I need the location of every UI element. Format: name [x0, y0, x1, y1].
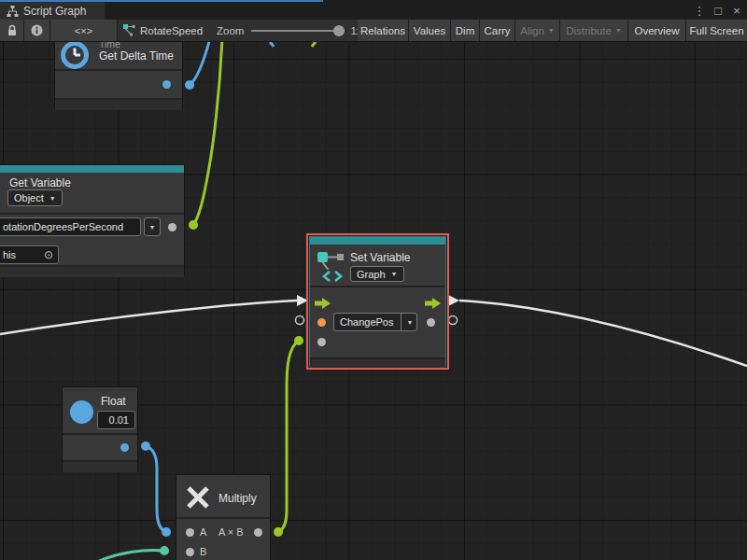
variable-name-field[interactable]: otationDegreesPerSecond [0, 217, 141, 236]
output-port-variable-value[interactable] [168, 223, 176, 231]
port-label-output: A × B [218, 526, 244, 538]
distribute-dropdown[interactable]: Distribute▼ [560, 20, 628, 41]
input-port-a[interactable] [186, 528, 194, 537]
port-ring-right[interactable] [449, 316, 458, 325]
node-get-delta-time[interactable]: Time Get Delta Time [54, 42, 183, 109]
port-label-b: B [200, 546, 206, 557]
graph-name-label: RotateSpeed [140, 25, 203, 36]
script-graph-icon [123, 24, 135, 36]
zoom-slider-handle[interactable] [333, 25, 345, 36]
lock-button[interactable] [0, 20, 24, 41]
graph-canvas[interactable]: Time Get Delta Time Get Variable Object … [0, 42, 747, 560]
node-title: Set Variable [350, 251, 410, 264]
chevron-down-icon[interactable]: ▼ [401, 314, 419, 330]
chevron-down-icon: ▼ [391, 271, 398, 277]
connection-endpoint [189, 220, 198, 230]
variable-name-dropdown[interactable]: ChangePos ▼ [333, 313, 417, 331]
float-circle-icon [69, 399, 94, 428]
values-button[interactable]: Values [409, 20, 451, 41]
code-preview-button[interactable]: <×> [50, 20, 118, 41]
info-button[interactable] [24, 20, 50, 41]
port-ring-left[interactable] [296, 316, 304, 325]
maximize-icon[interactable]: □ [712, 4, 725, 18]
tab-label: Script Graph [23, 5, 86, 18]
close-icon[interactable]: × [730, 4, 743, 18]
flow-output-port[interactable] [425, 296, 441, 313]
tab-bar: Script Graph ⋮ □ × [0, 0, 747, 20]
node-get-variable[interactable]: Get Variable Object ▼ otationDegreesPerS… [0, 164, 185, 276]
flow-connection-in [0, 301, 297, 334]
chevron-down-icon: ▼ [548, 27, 555, 34]
graph-hierarchy-icon [7, 6, 19, 17]
variable-node-header-bar [0, 165, 184, 173]
tab-script-graph[interactable]: Script Graph [0, 2, 105, 20]
value-connection-variable [193, 42, 222, 225]
node-kind-label: Time [99, 42, 120, 49]
zoom-slider[interactable] [251, 30, 345, 32]
flow-connection-out [459, 301, 747, 366]
value-connection-multiply-out [278, 341, 299, 532]
connection-endpoint [294, 336, 303, 345]
value-connection-delta-time [190, 42, 210, 85]
input-port-b[interactable] [186, 548, 194, 556]
connection-stub [312, 42, 316, 47]
script-graph-node-icon [317, 249, 345, 287]
flow-arrowhead-out [448, 295, 459, 306]
connection-stub [270, 42, 274, 47]
dim-button[interactable]: Dim [451, 20, 480, 41]
port-label-a: A [200, 526, 206, 538]
chevron-down-icon: ▼ [49, 195, 56, 202]
flow-arrowhead-in [297, 295, 308, 306]
connection-endpoint [162, 527, 171, 537]
relations-button[interactable]: Relations [358, 20, 409, 41]
window-menu-icon[interactable]: ⋮ [693, 4, 706, 18]
input-port-value[interactable] [317, 338, 326, 346]
input-port-variable-name[interactable] [317, 318, 326, 327]
value-connection-b [97, 551, 164, 560]
variable-node-header-bar [310, 237, 445, 245]
variable-scope-dropdown[interactable]: Graph ▼ [350, 266, 404, 282]
node-title: Get Variable [9, 176, 71, 189]
node-multiply[interactable]: Multiply A A × B B [176, 474, 271, 560]
lock-icon [7, 24, 18, 36]
overview-button[interactable]: Overview [628, 20, 686, 41]
node-float[interactable]: Float 0.01 [62, 386, 138, 471]
code-icon: <×> [75, 25, 92, 36]
chevron-down-icon: ▼ [615, 27, 622, 34]
multiply-x-icon [185, 484, 211, 514]
object-picker-icon[interactable]: ⊙ [44, 248, 53, 261]
align-dropdown[interactable]: Align▼ [515, 20, 560, 41]
output-port-product[interactable] [254, 528, 262, 537]
output-port-float[interactable] [120, 443, 129, 452]
connection-endpoint [160, 546, 169, 555]
output-port-value[interactable] [427, 318, 435, 327]
zoom-label: Zoom [217, 25, 244, 36]
node-title: Multiply [218, 492, 257, 505]
output-port-delta-time[interactable] [162, 80, 171, 89]
chevron-down-icon: ▼ [149, 224, 156, 231]
fullscreen-button[interactable]: Full Screen [686, 20, 747, 41]
variable-name-dropdown-button[interactable]: ▼ [144, 217, 161, 236]
carry-button[interactable]: Carry [480, 20, 515, 41]
float-value-field[interactable]: 0.01 [97, 411, 135, 429]
value-connection-float [146, 446, 166, 532]
flow-input-port[interactable] [315, 296, 331, 313]
connection-endpoint [141, 441, 150, 451]
connection-endpoint [274, 527, 283, 537]
connection-endpoint [185, 80, 194, 90]
graph-toolbar: <×> RotateSpeed Zoom 1x Relations Values… [0, 20, 747, 42]
variable-scope-dropdown[interactable]: Object ▼ [7, 189, 63, 206]
info-icon [31, 24, 43, 36]
node-title: Get Delta Time [99, 49, 174, 63]
node-title: Float [101, 395, 126, 408]
target-object-field[interactable]: his ⊙ [0, 245, 59, 264]
node-set-variable[interactable]: Set Variable Graph ▼ ChangePos ▼ [309, 236, 446, 367]
